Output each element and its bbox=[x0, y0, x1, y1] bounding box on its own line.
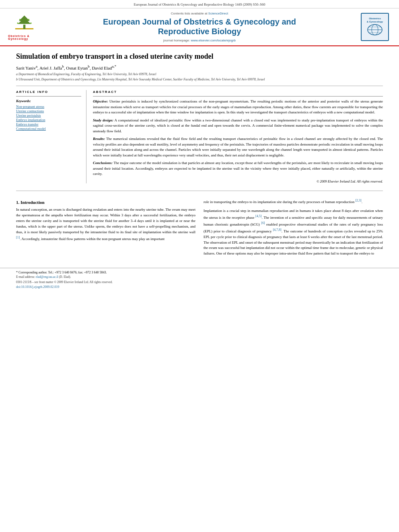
body-two-col: 1. Introduction In natural conception, a… bbox=[16, 198, 383, 260]
info-divider bbox=[16, 96, 81, 97]
contents-text: Contents lists available at bbox=[171, 12, 208, 15]
journal-title: European Journal of Obstetrics & Gynecol… bbox=[103, 17, 296, 36]
abstract-col: ABSTRACT Objective: Uterine peristalsis … bbox=[93, 90, 383, 183]
email-person: (D. Elad). bbox=[58, 275, 71, 279]
ref-1[interactable]: [1] bbox=[16, 236, 20, 239]
journal-badge: Obstetrics& Gynecology bbox=[361, 13, 389, 41]
conclusions-label: Conclusions: bbox=[93, 161, 113, 165]
email-label: E-mail address: bbox=[16, 275, 36, 279]
abstract-label: ABSTRACT bbox=[93, 90, 383, 94]
affiliation-b: b Ultrasound Unit, Department of Obstetr… bbox=[16, 77, 383, 82]
keyword-5[interactable]: Computational model bbox=[16, 127, 81, 131]
keyword-2[interactable]: Uterine peristalsis bbox=[16, 113, 81, 117]
objective-label: Objective: bbox=[93, 99, 108, 103]
top-bar: European Journal of Obstetrics & Gynecol… bbox=[0, 0, 399, 8]
study-design-text: A computational model of idealized peris… bbox=[93, 118, 383, 133]
info-abstract-row: ARTICLE INFO Keywords: Non-pregnant uter… bbox=[16, 90, 383, 183]
email-link[interactable]: elad@eng.tau.ac.il bbox=[36, 275, 58, 279]
footer-corresponding: * Corresponding author. Tel.: +972 3 640… bbox=[16, 271, 383, 274]
badge-text: Obstetrics& Gynecology bbox=[367, 17, 383, 24]
keyword-3[interactable]: Embryo implantation bbox=[16, 118, 81, 122]
journal-badge-container: Obstetrics& Gynecology bbox=[359, 12, 391, 42]
elsevier-wordmark: Obstetrics & Gynecology bbox=[8, 35, 40, 40]
objective-text: Uterine peristalsis is induced by synchr… bbox=[93, 99, 383, 114]
elsevier-logo-container: Obstetrics & Gynecology bbox=[8, 12, 40, 42]
journal-homepage: journal homepage: www.elsevier.com/locat… bbox=[163, 39, 236, 42]
keyword-4[interactable]: Embryo transfer bbox=[16, 122, 81, 126]
footer-doi: doi:10.1016/j.ejogrb.2009.02.019 bbox=[16, 285, 383, 289]
doi-link[interactable]: 10.1016/j.ejogrb.2009.02.019 bbox=[21, 285, 59, 289]
intro-para2: role in transporting the embryo to its i… bbox=[204, 198, 383, 205]
elsevier-logo: Obstetrics & Gynecology bbox=[8, 14, 40, 40]
abstract-study-design: Study design: A computational model of i… bbox=[93, 118, 383, 134]
divider-1 bbox=[16, 86, 383, 86]
abstract-conclusions: Conclusions: The major outcome of the mo… bbox=[93, 160, 383, 177]
body-col-right: role in transporting the embryo to its i… bbox=[204, 198, 383, 260]
svg-point-4 bbox=[19, 19, 21, 21]
keyword-0[interactable]: Non-pregnant uterus bbox=[16, 105, 81, 109]
study-design-label: Study design: bbox=[93, 118, 113, 122]
sup-b1: b bbox=[62, 64, 64, 68]
journal-header: Obstetrics & Gynecology Contents lists a… bbox=[0, 8, 399, 46]
divider-2 bbox=[16, 191, 383, 191]
article-info-label: ARTICLE INFO bbox=[16, 90, 81, 94]
results-label: Results: bbox=[93, 137, 105, 141]
authors: Sarit Yaniva, Ariel J. Jaffab, Osnat Eyt… bbox=[16, 64, 383, 70]
journal-title-line1: European Journal of Obstetrics & Gynecol… bbox=[103, 17, 296, 26]
page: European Journal of Obstetrics & Gynecol… bbox=[0, 0, 399, 532]
abstract-objective: Objective: Uterine peristalsis is induce… bbox=[93, 99, 383, 115]
results-text: The numerical simulations revealed that … bbox=[93, 137, 383, 157]
body-col-left: 1. Introduction In natural conception, a… bbox=[16, 198, 195, 260]
abstract-divider bbox=[93, 96, 383, 97]
top-bar-text: European Journal of Obstetrics & Gynecol… bbox=[134, 2, 265, 6]
keywords-list: Non-pregnant uterus Uterine contractions… bbox=[16, 105, 81, 131]
corresponding-note: * Corresponding author. Tel.: +972 3 640… bbox=[16, 271, 107, 274]
intro-para1: In natural conception, an ovum is discha… bbox=[16, 207, 195, 242]
svg-point-7 bbox=[30, 23, 32, 24]
svg-rect-1 bbox=[23, 25, 25, 29]
footer-license: 0301-2115/$ – see front matter © 2009 El… bbox=[16, 280, 383, 285]
article-info-col: ARTICLE INFO Keywords: Non-pregnant uter… bbox=[16, 90, 86, 183]
sciencedirect-link[interactable]: ScienceDirect bbox=[208, 12, 228, 15]
abstract-results: Results: The numerical simulations revea… bbox=[93, 136, 383, 158]
contents-line: Contents lists available at ScienceDirec… bbox=[171, 12, 228, 15]
intro-heading: 1. Introduction bbox=[16, 200, 195, 205]
sup-b2: b bbox=[88, 64, 90, 68]
footer: * Corresponding author. Tel.: +972 3 640… bbox=[0, 268, 399, 291]
article-title: Simulation of embryo transport in a clos… bbox=[16, 52, 383, 61]
keyword-1[interactable]: Uterine contractions bbox=[16, 109, 81, 113]
sup-a2: a,* bbox=[112, 64, 116, 68]
ref-478[interactable]: [4,7,8] bbox=[273, 228, 281, 232]
badge-globe-icon bbox=[367, 24, 383, 36]
ref-23[interactable]: [2,3] bbox=[355, 199, 361, 202]
keywords-label: Keywords: bbox=[16, 99, 81, 103]
sup-a: a bbox=[36, 64, 37, 68]
svg-point-6 bbox=[17, 23, 19, 24]
affiliation-a: a Department of Biomedical Engineering, … bbox=[16, 72, 383, 76]
homepage-link[interactable]: www.elsevier.com/locate/ejogrb bbox=[191, 39, 236, 42]
footer-email: E-mail address: elad@eng.tau.ac.il (D. E… bbox=[16, 275, 383, 279]
copyright: © 2009 Elsevier Ireland Ltd. All rights … bbox=[93, 179, 383, 183]
journal-header-center: Contents lists available at ScienceDirec… bbox=[44, 12, 355, 42]
svg-point-5 bbox=[28, 19, 29, 21]
journal-title-line2: Reproductive Biology bbox=[158, 27, 241, 36]
conclusions-text: The major outcome of the model simulatio… bbox=[93, 161, 383, 176]
ref-45[interactable]: [4,5] bbox=[255, 214, 261, 218]
doi-label: doi: bbox=[16, 285, 21, 289]
body-content: 1. Introduction In natural conception, a… bbox=[0, 194, 399, 264]
article-content: Simulation of embryo transport in a clos… bbox=[0, 46, 399, 187]
elsevier-tree-icon bbox=[13, 14, 35, 34]
homepage-label: journal homepage: bbox=[163, 39, 191, 42]
ref-6[interactable]: [6] bbox=[261, 221, 265, 225]
intro-para3: Implantation is a crucial step in mammal… bbox=[204, 208, 383, 257]
